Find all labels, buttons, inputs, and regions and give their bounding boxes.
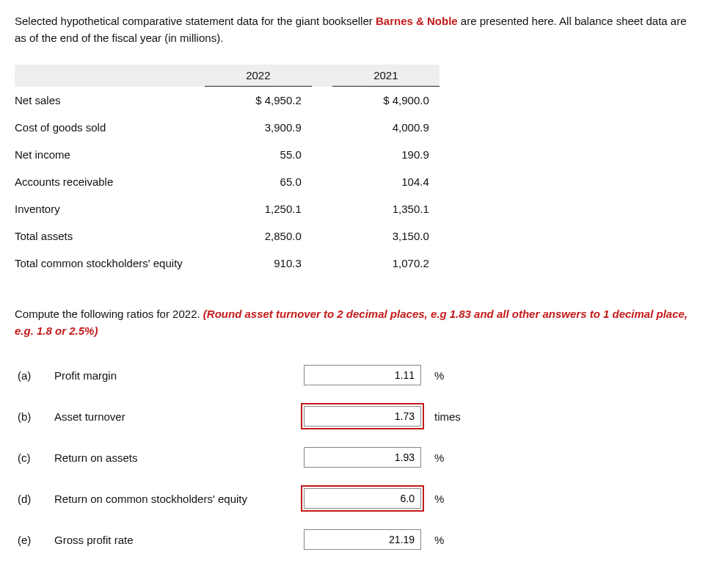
ratio-label: Profit margin [54,369,304,382]
unit-label: % [434,451,444,464]
ratio-id: (b) [15,410,54,423]
row-val-y1: 3,900.9 [205,114,312,141]
table-row: Accounts receivable65.0104.4 [15,168,440,195]
ratio-label: Return on common stockholders' equity [54,493,304,505]
unit-label: % [434,493,444,505]
answer-input[interactable] [304,406,421,427]
unit-label: times [434,410,461,423]
row-val-y2: 4,000.9 [332,114,440,141]
instructions: Compute the following ratios for 2022. (… [15,306,696,339]
answer-input[interactable] [304,447,421,468]
table-row: Total common stockholders' equity910.31,… [15,250,440,277]
table-row: Cost of goods sold3,900.94,000.9 [15,114,440,141]
row-label: Accounts receivable [15,168,205,195]
answer-input[interactable] [304,365,421,385]
table-header-year2: 2021 [332,65,440,87]
row-val-y2: 104.4 [332,168,440,195]
row-val-y1: 65.0 [205,168,312,195]
intro-pre: Selected hypothetical comparative statem… [15,15,376,27]
brand-name: Barnes & Noble [376,15,458,27]
ratio-id: (d) [15,493,54,505]
instruction-lead: Compute the following ratios for 2022. [15,308,203,320]
row-val-y2: 1,070.2 [332,250,440,277]
row-label: Inventory [15,195,205,222]
ratio-row: (d)Return on common stockholders' equity… [15,488,696,509]
answer-input[interactable] [304,488,421,509]
table-row: Net income55.0190.9 [15,141,440,168]
ratio-answers: (a)Profit margin%(b)Asset turnovertimes(… [15,365,696,550]
row-val-y1: 910.3 [205,250,312,277]
table-row: Net sales$ 4,950.2$ 4,900.0 [15,87,440,115]
row-label: Cost of goods sold [15,114,205,141]
row-val-y2: $ 4,900.0 [332,87,440,115]
table-header-spacer [15,65,205,87]
row-val-y1: 2,850.0 [205,222,312,250]
table-row: Inventory1,250.11,350.1 [15,195,440,222]
ratio-label: Return on assets [54,451,304,464]
ratio-row: (a)Profit margin% [15,365,696,385]
row-val-y2: 190.9 [332,141,440,168]
table-header-year1: 2022 [205,65,312,87]
ratio-label: Gross profit rate [54,534,304,546]
unit-label: % [434,534,444,546]
answer-input[interactable] [304,529,421,550]
problem-intro: Selected hypothetical comparative statem… [15,13,696,46]
row-val-y2: 1,350.1 [332,195,440,222]
ratio-id: (e) [15,534,54,546]
ratio-id: (c) [15,451,54,464]
unit-label: % [434,369,444,382]
row-label: Net sales [15,87,205,115]
financial-data-table: 2022 2021 Net sales$ 4,950.2$ 4,900.0Cos… [15,65,440,277]
row-val-y2: 3,150.0 [332,222,440,250]
row-val-y1: 55.0 [205,141,312,168]
ratio-label: Asset turnover [54,410,304,423]
row-val-y1: 1,250.1 [205,195,312,222]
row-label: Total assets [15,222,205,250]
ratio-row: (e)Gross profit rate% [15,529,696,550]
ratio-id: (a) [15,369,54,382]
row-val-y1: $ 4,950.2 [205,87,312,115]
ratio-row: (c)Return on assets% [15,447,696,468]
row-label: Net income [15,141,205,168]
row-label: Total common stockholders' equity [15,250,205,277]
table-row: Total assets2,850.03,150.0 [15,222,440,250]
ratio-row: (b)Asset turnovertimes [15,406,696,427]
